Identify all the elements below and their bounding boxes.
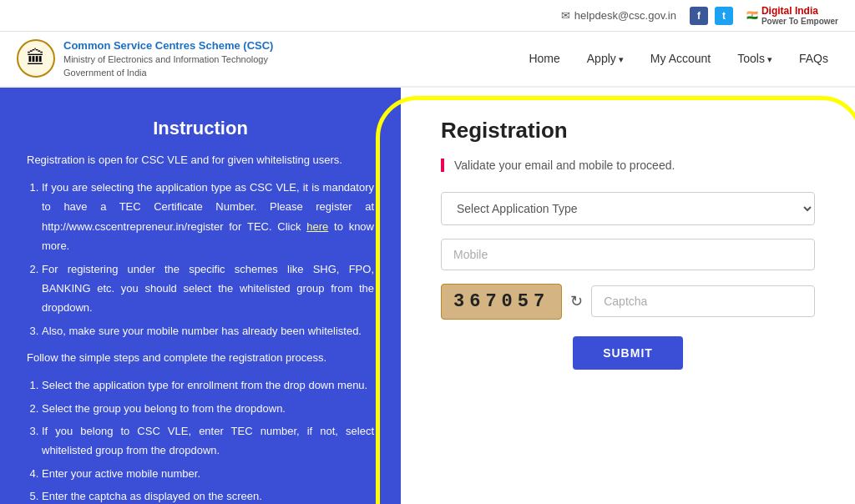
mobile-group — [441, 239, 815, 270]
submit-button[interactable]: SUBMIT — [573, 336, 683, 370]
nav-home[interactable]: Home — [519, 45, 569, 72]
social-icons: f t — [690, 7, 733, 25]
nav-faqs[interactable]: FAQs — [789, 45, 838, 72]
email-link[interactable]: ✉ helpdesk@csc.gov.in — [561, 9, 676, 22]
instruction-item-1: If you are selecting the application typ… — [42, 178, 374, 256]
captcha-input[interactable] — [591, 285, 815, 317]
govt-text: Government of India — [63, 67, 273, 79]
instruction-item-2: For registering under the specific schem… — [42, 260, 374, 318]
step-3: If you belong to CSC VLE, enter TEC numb… — [42, 421, 374, 461]
step-5: Enter the captcha as displayed on the sc… — [42, 486, 374, 504]
step-2: Select the group you belong to from the … — [42, 399, 374, 418]
follow-text: Follow the simple steps and complete the… — [27, 349, 374, 367]
digital-india-title: Digital India — [761, 5, 838, 17]
registration-title: Registration — [441, 118, 815, 144]
main-content: Instruction Registration is open for CSC… — [0, 88, 855, 504]
logo-text: Common Service Centres Scheme (CSC) Mini… — [63, 38, 273, 79]
header: 🏛 Common Service Centres Scheme (CSC) Mi… — [0, 32, 855, 88]
application-type-select[interactable]: Select Application Type — [441, 192, 815, 225]
validate-bar: Validate your email and mobile to procee… — [441, 159, 815, 172]
here-link[interactable]: here — [306, 220, 328, 233]
top-bar: ✉ helpdesk@csc.gov.in f t 🇮🇳 Digital Ind… — [0, 0, 855, 32]
facebook-icon[interactable]: f — [690, 7, 708, 25]
nav-apply[interactable]: Apply — [577, 45, 634, 72]
main-nav: Home Apply My Account Tools FAQs — [519, 45, 838, 72]
step-1: Select the application type for enrollme… — [42, 375, 374, 395]
instruction-item-3: Also, make sure your mobile number has a… — [42, 321, 374, 340]
digital-india-flag: 🇮🇳 — [746, 10, 758, 21]
application-type-group: Select Application Type — [441, 192, 815, 225]
email-icon: ✉ — [561, 9, 570, 22]
instruction-title: Instruction — [27, 118, 374, 139]
registration-panel: Registration Validate your email and mob… — [401, 88, 855, 504]
instruction-intro: Registration is open for CSC VLE and for… — [27, 151, 374, 169]
validate-text: Validate your email and mobile to procee… — [454, 159, 675, 172]
digital-india-tagline: Power To Empower — [761, 17, 838, 26]
nav-my-account[interactable]: My Account — [640, 45, 721, 72]
nav-tools[interactable]: Tools — [727, 45, 782, 72]
ministry-text: Ministry of Electronics and Information … — [63, 53, 273, 66]
mobile-input[interactable] — [441, 239, 815, 270]
captcha-row: 367057 ↻ — [441, 284, 815, 320]
step-4: Enter your active mobile number. — [42, 464, 374, 483]
ashoka-emblem: 🏛 — [17, 39, 55, 78]
instruction-list: If you are selecting the application typ… — [27, 178, 374, 340]
logo-area: 🏛 Common Service Centres Scheme (CSC) Mi… — [17, 38, 273, 79]
steps-list: Select the application type for enrollme… — [27, 375, 374, 504]
csc-title: Common Service Centres Scheme (CSC) — [63, 38, 273, 53]
digital-india-logo: 🇮🇳 Digital India Power To Empower — [746, 5, 838, 26]
instruction-panel: Instruction Registration is open for CSC… — [0, 88, 401, 504]
captcha-refresh-icon[interactable]: ↻ — [570, 292, 583, 310]
captcha-image: 367057 — [441, 284, 562, 320]
email-address[interactable]: helpdesk@csc.gov.in — [574, 9, 676, 22]
twitter-icon[interactable]: t — [715, 7, 733, 25]
